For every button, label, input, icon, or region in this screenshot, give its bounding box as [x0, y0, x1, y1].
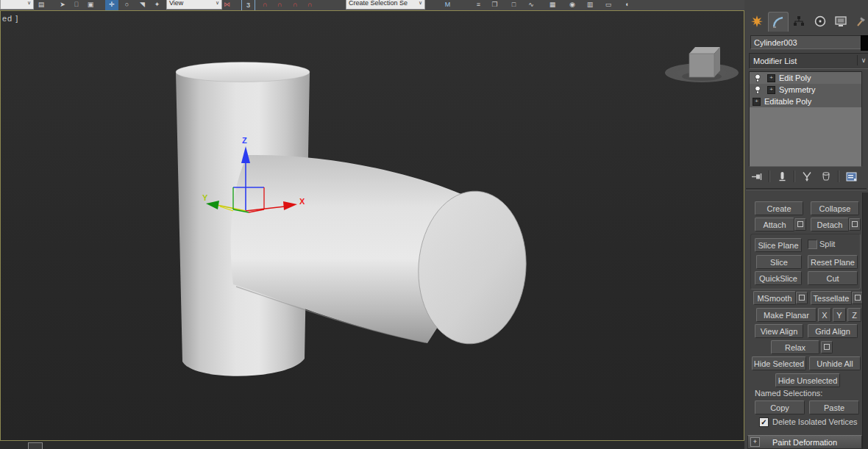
select-rotate-icon[interactable]: ○ [121, 0, 133, 11]
cut-button[interactable]: Cut [808, 271, 858, 285]
paste-button[interactable]: Paste [809, 400, 859, 414]
percent-snap-icon[interactable]: ∩ [274, 0, 285, 11]
utilities-icon [855, 15, 868, 28]
chevron-down-icon: ∨ [25, 0, 31, 6]
render-production-icon[interactable]: ◖ [620, 0, 633, 11]
msmooth-settings-button[interactable] [796, 292, 808, 304]
tab-motion[interactable] [811, 12, 830, 31]
expand-icon[interactable]: + [767, 74, 775, 82]
split-label: Split [819, 240, 835, 248]
viewcube[interactable] [665, 47, 739, 82]
tab-display[interactable] [831, 12, 850, 31]
graphite-ribbon-icon[interactable]: □ [508, 0, 520, 11]
perspective-viewport[interactable]: Z X Y ed ] [0, 10, 744, 441]
attach-button[interactable]: Attach [755, 218, 794, 231]
unhide-all-button[interactable]: Unhide All [809, 356, 861, 370]
spinner-snap-icon[interactable]: ∩ [289, 0, 301, 11]
angle-snap-icon[interactable]: ∩ [259, 0, 271, 11]
expand-icon[interactable]: + [767, 86, 775, 94]
reference-coordinate-dropdown[interactable]: View∨ [166, 0, 222, 10]
named-selections-label: Named Selections: [755, 389, 822, 398]
mirror-icon[interactable]: M [441, 0, 454, 11]
select-manipulate-icon[interactable]: ✦ [151, 0, 163, 11]
create-icon [750, 15, 764, 28]
rollout-paint-deformation[interactable]: + Paint Deformation [747, 435, 862, 449]
tab-create[interactable] [747, 12, 766, 31]
status-bar [0, 441, 744, 449]
tab-modify[interactable] [768, 12, 789, 32]
copy-button[interactable]: Copy [755, 400, 805, 414]
configure-modifier-sets-icon[interactable] [842, 169, 861, 184]
slice-button[interactable]: Slice [756, 255, 802, 269]
select-object-icon[interactable]: ➤ [57, 0, 68, 11]
align-icon[interactable]: ≡ [472, 0, 485, 11]
slice-plane-button[interactable]: Slice Plane [755, 238, 802, 252]
rectangular-selection-region-icon[interactable]: ⎕ [71, 0, 82, 11]
make-planar-y-button[interactable]: Y [833, 308, 846, 322]
material-editor-icon[interactable]: ◉ [566, 0, 579, 11]
make-planar-button[interactable]: Make Planar [756, 308, 817, 322]
tab-utilities[interactable] [852, 12, 868, 31]
main-toolbar: ∨ ▤ ➤ ⎕ ▣ ✛ ○ ◥ ✦ View∨ ⋈ 3 ∩ ∩ ∩ ∩ Crea… [0, 0, 868, 11]
reset-plane-button[interactable]: Reset Plane [808, 255, 858, 269]
select-scale-icon[interactable]: ◥ [136, 0, 149, 11]
view-align-button[interactable]: View Align [755, 324, 803, 338]
modifier-list-dropdown[interactable]: Modifier List ∨ [749, 53, 868, 69]
relax-settings-button[interactable] [821, 341, 833, 353]
stack-item-editable-poly[interactable]: + Editable Poly [750, 96, 861, 107]
tab-hierarchy[interactable] [789, 12, 808, 31]
stack-item-symmetry[interactable]: + Symmetry [750, 84, 861, 96]
gizmo-y-label: Y [202, 193, 208, 202]
gizmo-x-label: X [299, 197, 305, 206]
tessellate-button[interactable]: Tessellate [811, 291, 852, 305]
chevron-down-icon: ∨ [213, 0, 219, 6]
window-crossing-icon[interactable]: ▣ [85, 0, 96, 11]
use-pivot-point-icon[interactable]: ⋈ [221, 0, 233, 11]
make-planar-x-button[interactable]: X [818, 308, 831, 322]
hide-selected-button[interactable]: Hide Selected [752, 356, 806, 370]
curve-editor-icon[interactable]: ∿ [524, 0, 538, 11]
visibility-bulb-icon[interactable] [753, 73, 763, 82]
attach-settings-button[interactable] [794, 218, 806, 231]
chevron-down-icon: ∨ [857, 55, 868, 65]
schematic-view-icon[interactable]: ▦ [546, 0, 559, 11]
panel-scrollbar[interactable] [862, 193, 868, 449]
selection-filter-dropdown[interactable]: ∨ [0, 0, 34, 10]
detach-button[interactable]: Detach [811, 218, 849, 231]
render-setup-icon[interactable]: ▥ [583, 0, 597, 11]
pin-stack-icon[interactable] [747, 169, 766, 184]
make-planar-z-button[interactable]: Z [847, 308, 861, 322]
expand-icon[interactable]: + [753, 98, 761, 106]
viewport-label[interactable]: ed ] [2, 14, 18, 23]
create-button[interactable]: Create [755, 201, 803, 215]
scene-object-cylinder003[interactable] [176, 62, 531, 376]
snap-toggle-icon[interactable]: ∩ [304, 0, 316, 11]
select-move-icon[interactable]: ✛ [105, 0, 118, 11]
remove-modifier-icon[interactable] [817, 169, 836, 184]
gizmo-z-label: Z [242, 136, 247, 145]
delete-isolated-vertices-checkbox[interactable]: ✓ [759, 417, 769, 427]
divider [769, 170, 770, 182]
viewport-canvas[interactable]: Z X Y [1, 11, 742, 439]
relax-button[interactable]: Relax [771, 340, 819, 354]
visibility-bulb-icon[interactable] [753, 85, 763, 94]
grid-align-button[interactable]: Grid Align [808, 324, 858, 338]
snap-toggle-3d-icon[interactable]: 3 [241, 0, 255, 11]
select-by-name-icon[interactable]: ▤ [35, 0, 47, 11]
layer-manager-icon[interactable]: ❐ [488, 0, 501, 11]
show-end-result-icon[interactable] [772, 169, 791, 184]
maxscript-mini-listener[interactable] [28, 442, 43, 449]
object-name-field[interactable]: Cylinder003 [750, 35, 862, 49]
command-panel: Cylinder003 Modifier List ∨ + Edit Poly [744, 0, 868, 449]
rendered-frame-window-icon[interactable]: ▭ [602, 0, 615, 11]
make-unique-icon[interactable] [797, 169, 817, 184]
quickslice-button[interactable]: QuickSlice [755, 271, 802, 285]
collapse-button[interactable]: Collapse [811, 201, 859, 215]
object-color-swatch[interactable] [861, 35, 868, 51]
msmooth-button[interactable]: MSmooth [753, 291, 796, 305]
stack-item-edit-poly[interactable]: + Edit Poly [750, 72, 861, 84]
named-selection-set-dropdown[interactable]: Create Selection Se∨ [346, 0, 425, 10]
split-checkbox[interactable] [808, 240, 817, 249]
detach-settings-button[interactable] [849, 218, 861, 231]
hide-unselected-button[interactable]: Hide Unselected [775, 373, 840, 387]
